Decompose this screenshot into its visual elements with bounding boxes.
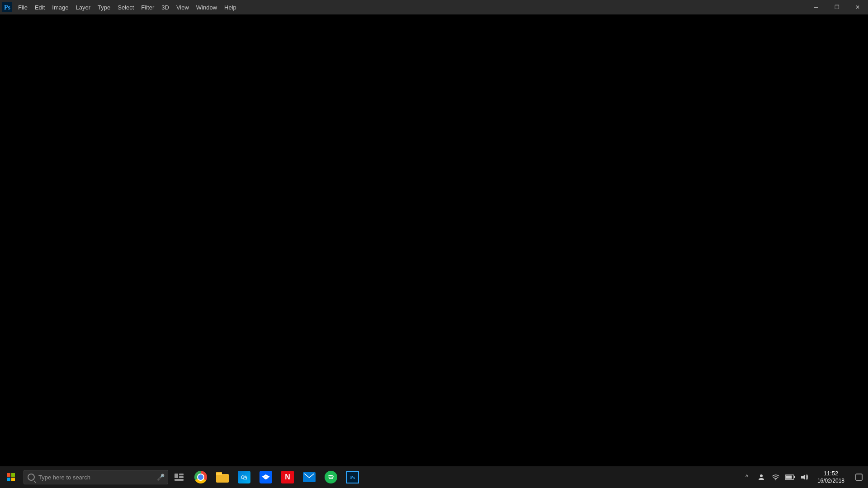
spotify-icon: [325, 471, 337, 483]
minimize-button[interactable]: ─: [806, 0, 826, 14]
search-bar[interactable]: Type here to search 🎤: [24, 470, 168, 484]
time-display: 11:52: [824, 470, 839, 478]
mail-app[interactable]: [298, 466, 320, 488]
battery-icon[interactable]: [783, 466, 797, 488]
start-button[interactable]: [0, 466, 22, 488]
photoshop-taskbar-icon: Ps: [346, 471, 359, 483]
close-button[interactable]: ✕: [847, 0, 868, 14]
ps-logo: Ps: [0, 0, 14, 14]
system-tray: ^: [740, 466, 868, 488]
window-controls: ─ ❐ ✕: [806, 0, 868, 14]
menu-select[interactable]: Select: [114, 0, 137, 14]
task-view-button[interactable]: [170, 466, 188, 488]
svg-rect-20: [794, 476, 795, 478]
svg-text:🛍: 🛍: [241, 474, 247, 481]
dropbox-icon: [259, 471, 272, 483]
menu-3d[interactable]: 3D: [158, 0, 173, 14]
svg-rect-21: [786, 476, 792, 479]
menu-help[interactable]: Help: [221, 0, 240, 14]
svg-rect-23: [856, 474, 862, 480]
search-icon: [28, 474, 35, 481]
svg-rect-3: [11, 473, 15, 477]
microphone-icon[interactable]: 🎤: [157, 474, 164, 481]
notifications-button[interactable]: [850, 466, 868, 488]
svg-point-17: [760, 474, 763, 477]
menu-view[interactable]: View: [173, 0, 193, 14]
clock-area[interactable]: 11:52 16/02/2018: [812, 466, 850, 488]
svg-rect-6: [175, 474, 178, 478]
svg-rect-9: [175, 479, 184, 481]
chrome-app[interactable]: [190, 466, 212, 488]
date-display: 16/02/2018: [817, 478, 844, 485]
chrome-icon: [194, 471, 207, 483]
menu-image[interactable]: Image: [48, 0, 72, 14]
netflix-app[interactable]: N: [277, 466, 298, 488]
file-explorer-app[interactable]: [212, 466, 233, 488]
svg-rect-5: [11, 478, 15, 481]
svg-marker-22: [801, 474, 805, 480]
volume-icon[interactable]: [797, 466, 812, 488]
svg-rect-2: [7, 473, 10, 477]
menu-file[interactable]: File: [14, 0, 31, 14]
netflix-icon: N: [281, 471, 294, 483]
svg-rect-8: [179, 476, 184, 478]
main-canvas-area: [0, 14, 868, 466]
photoshop-app[interactable]: Ps: [342, 466, 363, 488]
menubar: File Edit Image Layer Type Select Filter…: [14, 0, 806, 14]
menu-edit[interactable]: Edit: [31, 0, 48, 14]
titlebar: Ps File Edit Image Layer Type Select Fil…: [0, 0, 868, 14]
mail-icon: [303, 472, 316, 482]
svg-text:Ps: Ps: [4, 4, 11, 11]
spotify-app[interactable]: [320, 466, 342, 488]
expand-tray-button[interactable]: ^: [740, 466, 754, 488]
svg-rect-4: [7, 478, 10, 481]
menu-type[interactable]: Type: [94, 0, 114, 14]
menu-window[interactable]: Window: [193, 0, 221, 14]
menu-layer[interactable]: Layer: [72, 0, 94, 14]
dropbox-app[interactable]: [255, 466, 277, 488]
search-input[interactable]: Type here to search: [38, 474, 157, 481]
svg-point-18: [775, 479, 776, 480]
restore-button[interactable]: ❐: [826, 0, 847, 14]
taskbar: Type here to search 🎤 �: [0, 466, 868, 488]
people-icon[interactable]: [754, 466, 769, 488]
network-icon[interactable]: [769, 466, 783, 488]
store-icon: 🛍: [238, 471, 250, 483]
menu-filter[interactable]: Filter: [137, 0, 158, 14]
svg-rect-7: [179, 474, 184, 475]
ms-store-app[interactable]: 🛍: [233, 466, 255, 488]
pinned-apps: 🛍 N: [190, 466, 363, 488]
folder-icon: [216, 472, 229, 483]
